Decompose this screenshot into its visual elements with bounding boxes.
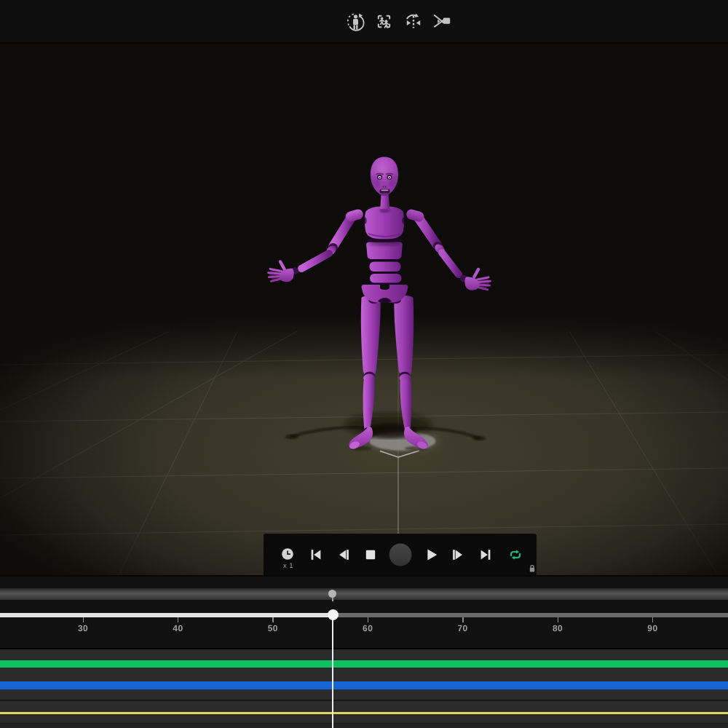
ruler-label: 90 (638, 623, 667, 633)
step-back-icon (334, 546, 352, 563)
ruler-tick (652, 617, 654, 622)
ruler-label: 80 (543, 623, 572, 633)
play-icon (422, 546, 440, 563)
ruler-label: 60 (353, 623, 382, 633)
step-back-button[interactable] (334, 546, 352, 563)
loop-icon (507, 546, 524, 563)
skip-to-start-icon (306, 546, 324, 563)
track-bottom-strip (0, 723, 728, 728)
scrubber-remaining[interactable] (333, 613, 728, 618)
clock-icon (279, 546, 296, 563)
frame-characters-icon (373, 11, 395, 32)
ruler-tick (83, 617, 84, 622)
rotate-character-icon (345, 11, 366, 32)
mirror-animation-button[interactable] (403, 11, 424, 32)
mirror-animation-icon (403, 11, 424, 32)
ruler-tick (368, 617, 369, 622)
camera-view-button[interactable] (432, 11, 453, 32)
skip-to-end-icon (478, 546, 495, 563)
step-forward-icon (450, 546, 467, 563)
track-green[interactable] (0, 660, 728, 668)
track-blue[interactable] (0, 681, 728, 689)
stop-icon (362, 546, 379, 563)
stop-button[interactable] (362, 546, 379, 563)
scrubber-elapsed[interactable] (0, 613, 333, 618)
playback-speed-button[interactable] (279, 546, 296, 563)
timeline-panel: 30 40 50 60 70 80 90 (0, 575, 728, 728)
lock-icon (529, 564, 536, 573)
record-icon (387, 542, 414, 568)
step-forward-button[interactable] (450, 546, 467, 563)
track-yellow[interactable] (0, 712, 728, 714)
ruler-tick (558, 617, 559, 622)
camera-view-icon (432, 11, 453, 32)
lock-indicator (529, 563, 536, 572)
skip-to-end-button[interactable] (478, 546, 495, 563)
record-button[interactable] (387, 542, 414, 568)
timeline-tracks (0, 648, 728, 728)
ruler-tick (272, 617, 274, 622)
loop-button[interactable] (507, 546, 524, 563)
ruler-label: 40 (163, 623, 192, 633)
speed-label[interactable]: x 1 (277, 562, 299, 570)
skip-to-start-button[interactable] (306, 546, 324, 563)
animation-editor-app: x 1 (0, 0, 728, 728)
ruler-label: 50 (258, 623, 288, 633)
timeline-range-track[interactable] (0, 588, 728, 600)
playhead-line[interactable] (332, 618, 333, 728)
play-button[interactable] (422, 546, 440, 563)
ruler-tick (178, 617, 179, 622)
ruler-label: 70 (448, 623, 478, 633)
playhead-knob[interactable] (328, 609, 339, 620)
frame-characters-button[interactable] (373, 11, 395, 32)
top-toolbar (0, 0, 728, 44)
ruler-label: 30 (68, 623, 98, 633)
track-separator (0, 700, 728, 702)
ruler-tick (462, 617, 464, 622)
timeline-top-divider (0, 575, 728, 577)
range-handle[interactable] (328, 590, 336, 598)
rotate-character-button[interactable] (345, 11, 366, 32)
